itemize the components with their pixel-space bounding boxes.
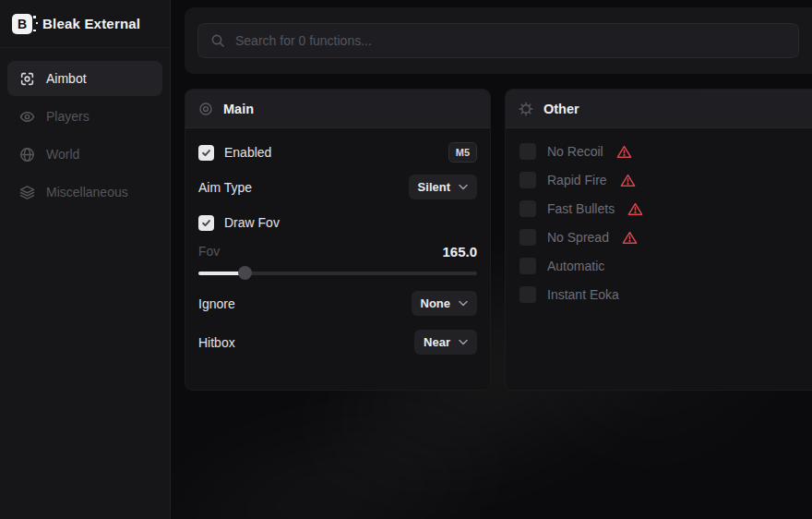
automatic-row: Automatic [519,258,799,274]
no-spread-label: No Spread [547,230,609,245]
other-panel-title: Other [543,102,579,116]
instant-eoka-label: Instant Eoka [547,287,619,302]
aim-type-dropdown[interactable]: Silent [409,175,477,199]
fov-value: 165.0 [442,244,477,260]
no-spread-row: No Spread [519,229,799,246]
hitbox-dropdown[interactable]: Near [414,330,477,355]
enabled-checkbox[interactable] [198,145,214,161]
aim-type-label: Aim Type [198,180,252,195]
no-spread-checkbox[interactable] [519,229,536,246]
draw-fov-row: Draw Fov [198,211,477,235]
sidebar-item-miscellaneous[interactable]: Miscellaneous [7,175,162,210]
fast-bullets-row: Fast Bullets [519,200,799,217]
chevron-down-icon [459,300,468,307]
fov-slider-knob[interactable] [238,266,252,280]
main-panel-title: Main [223,102,254,116]
aim-type-row: Aim Type Silent [198,175,477,199]
chevron-down-icon [459,184,468,190]
globe-icon [18,146,35,163]
warning-icon [620,174,636,187]
keybind-button[interactable]: M5 [448,142,477,163]
automatic-checkbox[interactable] [519,258,536,274]
hitbox-label: Hitbox [198,335,235,350]
automatic-label: Automatic [547,259,604,273]
ignore-row: Ignore None [198,291,477,316]
fast-bullets-label: Fast Bullets [547,201,615,216]
eye-icon [18,108,35,125]
ignore-label: Ignore [198,296,235,311]
sidebar-item-label: World [46,147,79,162]
sidebar-header: B Bleak External [0,0,170,48]
rapid-fire-label: Rapid Fire [547,173,607,187]
warning-icon [627,202,643,216]
no-recoil-row: No Recoil [519,143,799,160]
crosshair-icon [18,70,35,87]
instant-eoka-checkbox[interactable] [519,286,536,303]
fast-bullets-checkbox[interactable] [519,200,536,217]
hitbox-value: Near [424,335,450,349]
sidebar-item-label: Aimbot [46,71,87,86]
main-panel-header: Main [185,90,490,128]
draw-fov-checkbox[interactable] [198,215,214,231]
sidebar-item-label: Miscellaneous [46,185,128,199]
fov-slider[interactable] [198,266,477,280]
other-panel: Other No Recoil Rapid Fire Fast Bullets [505,89,812,391]
app-title: Bleak External [42,16,140,31]
chevron-down-icon [459,339,468,345]
enabled-row: Enabled M5 [198,140,477,164]
layers-icon [18,184,35,200]
search-box[interactable] [197,23,799,58]
sidebar-item-label: Players [46,109,90,124]
gear-icon [519,102,533,116]
no-recoil-checkbox[interactable] [519,143,536,160]
warning-icon [622,231,638,245]
main-panel: Main Enabled M5 Aim Type Silent [185,89,491,391]
search-icon [210,33,225,48]
ignore-value: None [421,296,451,310]
ignore-dropdown[interactable]: None [412,291,478,316]
enabled-label: Enabled [224,145,271,160]
sidebar-item-world[interactable]: World [7,137,162,172]
warning-icon [616,145,632,159]
app-logo-icon: B [12,14,32,34]
other-panel-body: No Recoil Rapid Fire Fast Bullets [506,128,812,330]
fov-row: Fov 165.0 [198,240,477,262]
instant-eoka-row: Instant Eoka [519,286,799,303]
sidebar: B Bleak External Aimbot Players [0,0,171,519]
rapid-fire-checkbox[interactable] [519,172,536,188]
sidebar-item-aimbot[interactable]: Aimbot [7,61,162,96]
main-panel-body: Enabled M5 Aim Type Silent Draw Fov [185,128,490,367]
search-panel [185,7,812,74]
aim-type-value: Silent [418,180,450,194]
draw-fov-label: Draw Fov [224,215,280,230]
fov-label: Fov [198,244,220,259]
rapid-fire-row: Rapid Fire [519,172,799,188]
sidebar-item-players[interactable]: Players [7,99,162,134]
other-panel-header: Other [506,90,812,128]
no-recoil-label: No Recoil [547,144,603,159]
search-input[interactable] [235,33,786,48]
hitbox-row: Hitbox Near [198,330,477,355]
sidebar-nav: Aimbot Players World [0,48,170,210]
target-icon [198,102,213,116]
